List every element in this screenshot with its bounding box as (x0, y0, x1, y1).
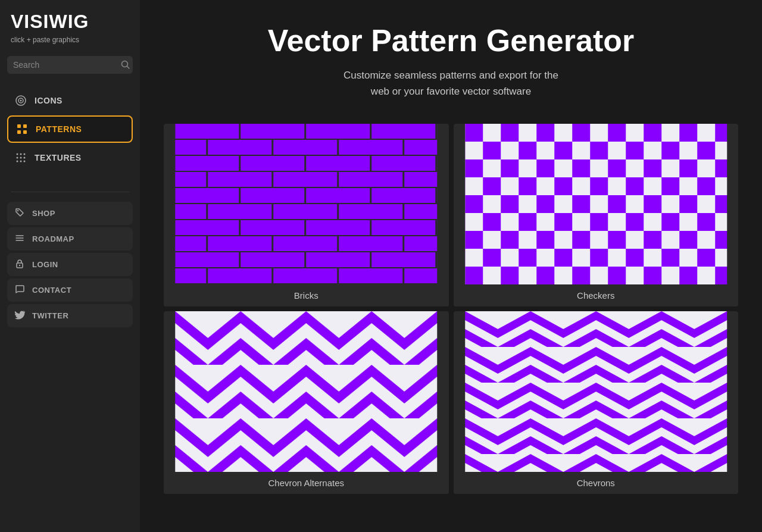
sidebar-item-textures[interactable]: TEXTURES (7, 145, 133, 170)
nav-section: ICONS PATTERNS (7, 88, 133, 170)
chevron-alternates-label: Chevron Alternates (164, 472, 449, 494)
nav-divider (11, 192, 129, 192)
sidebar-item-shop[interactable]: SHOP (7, 202, 133, 225)
pattern-card-chevrons[interactable]: Chevrons (454, 311, 739, 494)
sidebar-item-icons-label: ICONS (35, 96, 63, 105)
pattern-card-chevron-alternates[interactable]: Chevron Alternates (164, 311, 449, 494)
page-title: Vector Pattern Generator (164, 24, 738, 58)
sidebar-item-patterns[interactable]: PATTERNS (7, 115, 133, 143)
search-bar[interactable] (7, 56, 133, 74)
svg-point-11 (24, 154, 26, 155)
svg-point-10 (20, 154, 22, 155)
sidebar: VISIWIG click + paste graphics ICONS (0, 0, 140, 532)
svg-point-4 (20, 100, 22, 102)
svg-rect-7 (17, 130, 21, 134)
svg-rect-6 (23, 124, 27, 128)
chevrons-label: Chevrons (454, 472, 739, 494)
main-content: Vector Pattern Generator Customize seaml… (140, 0, 762, 532)
svg-point-15 (17, 161, 18, 162)
chevrons-pattern (454, 311, 739, 472)
sidebar-item-textures-label: TEXTURES (35, 153, 82, 162)
checkers-pattern (454, 124, 739, 284)
lock-icon (14, 258, 25, 271)
dots-icon (14, 151, 27, 164)
svg-point-16 (20, 161, 22, 162)
sub-nav: SHOP ROADMAP LOGIN (7, 202, 133, 327)
svg-point-17 (24, 161, 26, 162)
search-icon (121, 60, 130, 70)
svg-point-12 (17, 157, 18, 159)
svg-rect-5 (17, 124, 21, 128)
logo-subtitle: click + paste graphics (7, 36, 133, 44)
svg-point-14 (24, 157, 26, 159)
logo-title: VISIWIG (7, 12, 133, 31)
sidebar-item-patterns-label: PATTERNS (36, 124, 82, 134)
svg-point-18 (17, 210, 18, 211)
svg-rect-8 (23, 130, 27, 134)
chevron-alternates-pattern (164, 311, 449, 472)
target-icon (14, 94, 27, 107)
bricks-label: Bricks (164, 284, 449, 306)
svg-rect-32 (465, 124, 727, 284)
grid-icon (15, 123, 29, 136)
sidebar-item-shop-label: SHOP (32, 209, 55, 218)
svg-rect-36 (175, 311, 437, 472)
svg-point-9 (17, 154, 18, 155)
svg-rect-40 (465, 311, 727, 472)
twitter-icon (14, 309, 25, 322)
sidebar-item-twitter[interactable]: TWITTER (7, 304, 133, 327)
sidebar-item-roadmap[interactable]: ROADMAP (7, 227, 133, 251)
sidebar-item-twitter-label: TWITTER (32, 311, 68, 320)
patterns-grid: Bricks Checkers (164, 124, 738, 494)
sidebar-item-login[interactable]: LOGIN (7, 253, 133, 276)
svg-point-23 (19, 265, 20, 266)
sidebar-item-contact[interactable]: CONTACT (7, 278, 133, 302)
list-icon (14, 233, 25, 245)
tag-icon (14, 207, 25, 220)
pattern-card-bricks[interactable]: Bricks (164, 124, 449, 306)
svg-rect-28 (175, 124, 437, 284)
bricks-pattern (164, 124, 449, 284)
pattern-card-checkers[interactable]: Checkers (454, 124, 739, 306)
hero-subtitle: Customize seamless patterns and export f… (164, 67, 738, 99)
hero-section: Vector Pattern Generator Customize seaml… (164, 24, 738, 100)
sidebar-item-contact-label: CONTACT (32, 286, 71, 295)
svg-line-1 (127, 67, 130, 69)
sidebar-item-roadmap-label: ROADMAP (32, 234, 74, 243)
chat-icon (14, 284, 25, 296)
sidebar-item-login-label: LOGIN (32, 260, 58, 269)
sidebar-item-icons[interactable]: ICONS (7, 88, 133, 113)
search-input[interactable] (13, 60, 117, 70)
checkers-label: Checkers (454, 284, 739, 306)
svg-point-13 (20, 157, 22, 159)
